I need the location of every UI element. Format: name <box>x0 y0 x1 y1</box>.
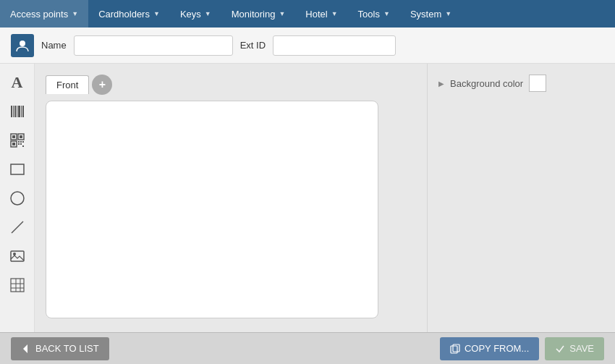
svg-rect-14 <box>12 143 15 145</box>
svg-rect-19 <box>20 143 22 145</box>
svg-rect-3 <box>13 106 14 117</box>
main-area: Front + <box>35 64 427 332</box>
svg-rect-8 <box>22 106 24 117</box>
svg-rect-20 <box>22 145 24 147</box>
svg-rect-17 <box>22 141 24 143</box>
chevron-down-icon: ▼ <box>331 10 338 17</box>
name-label: Name <box>41 40 67 51</box>
checkmark-icon <box>555 344 565 354</box>
nav-system[interactable]: System ▼ <box>400 0 462 27</box>
nav-cardholders[interactable]: Cardholders ▼ <box>88 0 170 27</box>
chevron-down-icon: ▼ <box>153 10 160 17</box>
chevron-down-icon: ▼ <box>205 10 211 17</box>
left-toolbar: A <box>0 64 35 332</box>
triangle-icon: ▶ <box>438 80 444 88</box>
svg-rect-12 <box>20 135 22 138</box>
nav-keys[interactable]: Keys ▼ <box>170 0 221 27</box>
svg-rect-2 <box>11 106 12 117</box>
svg-rect-24 <box>11 251 24 261</box>
svg-rect-5 <box>17 106 17 117</box>
svg-rect-10 <box>12 135 15 138</box>
chevron-down-icon: ▼ <box>445 10 451 17</box>
svg-rect-18 <box>18 143 20 145</box>
ellipse-tool-button[interactable] <box>6 187 29 210</box>
nav-access-points[interactable]: Access points ▼ <box>0 0 88 27</box>
svg-line-23 <box>12 221 23 233</box>
back-to-list-button[interactable]: BACK TO LIST <box>11 337 109 360</box>
nav-monitoring[interactable]: Monitoring ▼ <box>221 0 296 27</box>
right-panel: ▶ Background color <box>427 64 615 332</box>
qr-tool-button[interactable] <box>6 129 29 152</box>
main-content-row: A <box>0 64 615 332</box>
text-tool-button[interactable]: A <box>6 71 29 94</box>
color-swatch[interactable] <box>529 75 546 92</box>
form-bar: Name Ext ID <box>0 27 615 64</box>
name-input[interactable] <box>74 35 233 56</box>
btn-right-group: COPY FROM... SAVE <box>440 337 604 360</box>
svg-rect-16 <box>20 141 22 143</box>
svg-point-22 <box>11 192 24 205</box>
tabs-bar: Front + <box>46 75 416 95</box>
chevron-down-icon: ▼ <box>279 10 285 17</box>
nav-tools[interactable]: Tools ▼ <box>348 0 400 27</box>
svg-rect-6 <box>18 106 20 117</box>
line-tool-button[interactable] <box>6 216 29 239</box>
nav-hotel[interactable]: Hotel ▼ <box>295 0 347 27</box>
svg-rect-7 <box>21 106 22 117</box>
barcode-tool-button[interactable] <box>6 100 29 123</box>
bg-color-row: ▶ Background color <box>438 75 604 92</box>
bg-color-label: Background color <box>450 78 523 89</box>
svg-rect-4 <box>14 106 16 117</box>
svg-rect-21 <box>11 164 24 174</box>
chevron-down-icon: ▼ <box>383 10 390 17</box>
image-tool-button[interactable] <box>6 245 29 268</box>
chevron-down-icon: ▼ <box>72 10 78 17</box>
grid-tool-button[interactable] <box>6 274 29 297</box>
svg-point-1 <box>20 41 25 46</box>
svg-marker-31 <box>23 344 27 353</box>
svg-rect-15 <box>18 141 20 143</box>
copy-from-button[interactable]: COPY FROM... <box>440 337 539 360</box>
bottom-bar: BACK TO LIST COPY FROM... SAVE <box>0 332 615 364</box>
back-arrow-icon <box>21 344 31 354</box>
canvas-area[interactable] <box>46 101 378 318</box>
rect-tool-button[interactable] <box>6 158 29 181</box>
extid-label: Ext ID <box>240 40 266 51</box>
avatar-icon <box>11 34 34 57</box>
tab-front[interactable]: Front <box>46 75 89 94</box>
svg-rect-26 <box>11 279 24 292</box>
extid-input[interactable] <box>273 35 396 56</box>
navbar: Access points ▼ Cardholders ▼ Keys ▼ Mon… <box>0 0 615 27</box>
copy-icon <box>450 344 460 354</box>
save-button[interactable]: SAVE <box>545 337 604 360</box>
add-tab-button[interactable]: + <box>92 75 112 95</box>
